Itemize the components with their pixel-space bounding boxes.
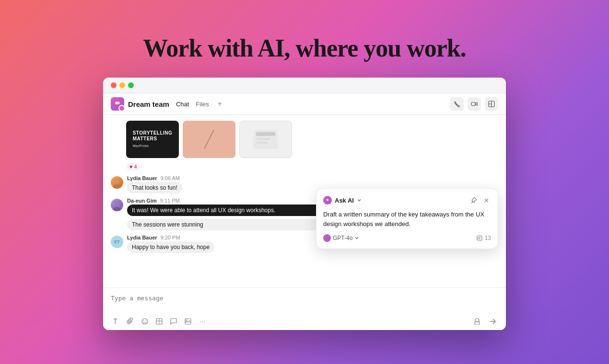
svg-rect-2 <box>471 102 475 106</box>
ai-close-button[interactable]: ✕ <box>481 195 491 205</box>
app-window: Dream team Chat Files + <box>103 78 506 330</box>
traffic-light-maximize[interactable] <box>128 82 134 88</box>
ai-pin-button[interactable] <box>469 195 479 205</box>
send-button[interactable] <box>487 316 498 327</box>
msg-time-daeum: 9:11 PM <box>160 198 180 204</box>
ai-model-icon <box>323 234 331 242</box>
img1-title: STORYTELLINGMATTERS <box>133 130 173 142</box>
reaction-count: 4 <box>134 164 137 170</box>
toolbar-left: ··· <box>111 316 208 327</box>
ai-token-count: 13 <box>476 235 491 241</box>
svg-point-13 <box>115 201 119 206</box>
svg-rect-10 <box>256 142 268 144</box>
avatar-daeum <box>111 199 123 211</box>
bubble-button[interactable] <box>168 316 179 327</box>
svg-point-19 <box>142 318 148 324</box>
img1-subtitle: MacProbe <box>133 144 173 148</box>
ai-sparkle-icon: ✦ <box>323 196 332 205</box>
title-bar <box>103 78 506 93</box>
svg-rect-8 <box>256 132 275 136</box>
ai-popup-title: ✦ Ask AI <box>323 196 362 205</box>
image-preview-1: STORYTELLINGMATTERS MacProbe <box>126 121 179 158</box>
ai-popup-actions: ✕ <box>469 195 491 205</box>
toolbar-right <box>471 316 498 327</box>
traffic-lights <box>111 82 134 88</box>
msg-meta-lydia: Lydia Bauer 9:06 AM <box>127 175 498 181</box>
model-dropdown-icon <box>354 236 359 240</box>
reaction-bar[interactable]: ♥ 4 <box>126 163 141 171</box>
svg-point-11 <box>115 179 119 183</box>
msg-time-lydia: 9:06 AM <box>161 175 180 181</box>
tab-add-button[interactable]: + <box>216 100 224 108</box>
msg-bubble-et: Happy to have you back, hope <box>127 241 214 253</box>
tab-chat[interactable]: Chat <box>173 100 192 109</box>
svg-point-1 <box>117 102 120 104</box>
sender-name-daeum: Da-eun Gim <box>127 198 157 204</box>
emoji-button[interactable] <box>140 316 150 327</box>
image-button[interactable] <box>183 316 193 327</box>
avatar-initials: ET <box>114 239 120 244</box>
sender-name-et: Lydia Bauer <box>127 235 157 240</box>
tab-files[interactable]: Files <box>193 100 211 109</box>
svg-point-20 <box>143 320 144 321</box>
chat-area: STORYTELLINGMATTERS MacProbe <box>103 115 506 287</box>
svg-line-6 <box>204 130 214 149</box>
ai-model-selector[interactable]: GPT-4o <box>323 234 359 242</box>
svg-point-21 <box>146 320 147 321</box>
channel-header: Dream team Chat Files + <box>103 93 506 115</box>
phone-button[interactable] <box>450 97 464 111</box>
ai-model-name: GPT-4o <box>333 235 352 241</box>
ai-dropdown-icon[interactable] <box>357 198 362 203</box>
ai-popup-body: Draft a written summary of the key takea… <box>323 210 491 228</box>
channel-avatar <box>111 97 124 111</box>
ai-popup-header: ✦ Ask AI ✕ <box>323 195 491 205</box>
ai-popup: ✦ Ask AI ✕ Draft a written summary of th… <box>316 188 498 249</box>
channel-name: Dream team <box>128 100 169 108</box>
msg-bubble-lydia: That looks so fun! <box>127 182 182 193</box>
msg-time-et: 9:20 PM <box>161 235 180 240</box>
svg-point-12 <box>113 184 121 189</box>
svg-point-26 <box>186 319 187 321</box>
token-count-value: 13 <box>485 235 491 241</box>
traffic-light-minimize[interactable] <box>119 82 125 88</box>
table-button[interactable] <box>154 316 164 327</box>
input-area: ··· <box>103 287 506 330</box>
video-button[interactable] <box>468 97 481 111</box>
layout-button[interactable] <box>485 97 498 111</box>
traffic-light-close[interactable] <box>111 82 117 88</box>
attach-button[interactable] <box>125 316 136 327</box>
mute-button[interactable] <box>471 316 483 327</box>
channel-left: Dream team Chat Files + <box>111 97 224 111</box>
input-toolbar: ··· <box>111 314 498 327</box>
ai-title-label: Ask AI <box>335 197 354 204</box>
token-icon <box>476 235 483 241</box>
reaction-emoji: ♥ <box>129 164 133 170</box>
svg-rect-9 <box>256 138 270 140</box>
image-preview-2 <box>183 121 235 158</box>
ai-popup-footer: GPT-4o 13 <box>323 234 491 242</box>
image-previews: STORYTELLINGMATTERS MacProbe <box>126 121 498 158</box>
svg-point-14 <box>113 207 121 211</box>
hero-title: Work with AI, where you work. <box>143 34 466 62</box>
channel-tabs: Chat Files <box>173 100 212 109</box>
avatar-lydia <box>111 176 123 189</box>
image-preview-3 <box>239 121 292 158</box>
svg-rect-27 <box>475 322 480 324</box>
channel-actions <box>450 97 498 111</box>
sender-name-lydia: Lydia Bauer <box>127 175 157 181</box>
avatar-et: ET <box>111 236 123 248</box>
more-button[interactable]: ··· <box>197 316 208 327</box>
message-input[interactable] <box>111 292 498 312</box>
format-button[interactable] <box>111 316 121 327</box>
